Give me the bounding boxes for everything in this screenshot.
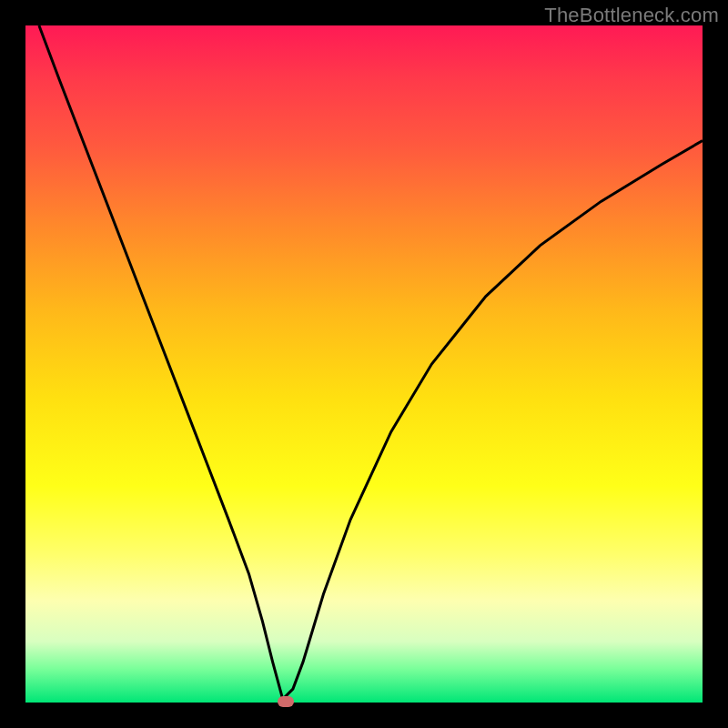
curve-svg — [25, 25, 703, 703]
watermark-text: TheBottleneck.com — [544, 4, 719, 27]
bottleneck-curve — [39, 25, 703, 699]
minimum-marker — [278, 696, 294, 707]
chart-frame: TheBottleneck.com — [0, 0, 728, 728]
